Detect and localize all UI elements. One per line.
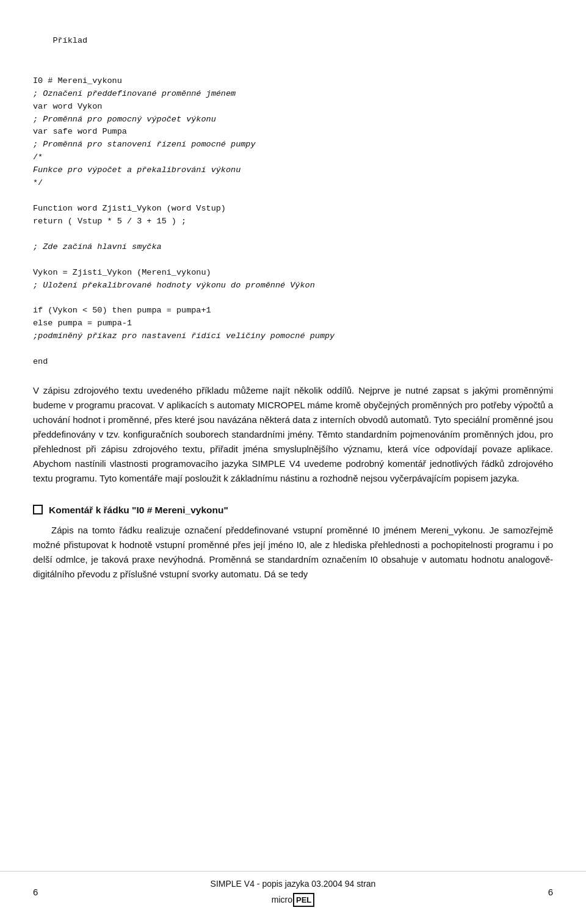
- logo-micro-text: micro: [272, 893, 292, 906]
- code-line: ; Proměnná pro stanovení řízení pomocné …: [33, 140, 256, 149]
- page: Příklad I0 # Mereni_vykonu ; Označení př…: [0, 0, 586, 924]
- code-heading: Příklad: [33, 22, 553, 60]
- code-line: if (Vykon < 50) then pumpa = pumpa+1: [33, 306, 211, 315]
- code-line: var word Vykon: [33, 102, 102, 111]
- section-paragraph: Zápis na tomto řádku realizuje označení …: [33, 523, 553, 582]
- footer-center-text: SIMPLE V4 - popis jazyka 03.2004 94 stra…: [38, 878, 548, 890]
- footer-center-block: SIMPLE V4 - popis jazyka 03.2004 94 stra…: [38, 878, 548, 908]
- footer-page-right: 6: [548, 886, 553, 900]
- prose-paragraph: V zápisu zdrojového textu uvedeného přík…: [33, 383, 553, 486]
- main-prose: V zápisu zdrojového textu uvedeného přík…: [33, 383, 553, 486]
- code-line: ;podmíněný příkaz pro nastavení řídící v…: [33, 331, 335, 341]
- section-prose: Zápis na tomto řádku realizuje označení …: [33, 523, 553, 582]
- code-line: ; Proměnná pro pomocný výpočet výkonu: [33, 115, 216, 124]
- code-line: /*: [33, 153, 43, 162]
- code-line: I0 # Mereni_vykonu: [33, 76, 122, 85]
- code-block: I0 # Mereni_vykonu ; Označení předdefino…: [33, 75, 553, 369]
- code-line: ; Označení předdefinované proměnné jméne…: [33, 89, 236, 98]
- code-line: ; Zde začíná hlavní smyčka: [33, 242, 162, 251]
- checkbox-icon: [33, 505, 43, 514]
- code-line: ; Uložení překalibrované hodnoty výkonu …: [33, 281, 315, 290]
- logo-pel-text: PEL: [293, 893, 314, 908]
- code-line: else pumpa = pumpa-1: [33, 319, 132, 328]
- footer: 6 SIMPLE V4 - popis jazyka 03.2004 94 st…: [0, 871, 586, 908]
- footer-logo: microPEL: [38, 893, 548, 908]
- code-line: var safe word Pumpa: [33, 127, 127, 136]
- code-line: Vykon = Zjisti_Vykon (Mereni_vykonu): [33, 268, 211, 277]
- code-line: end: [33, 357, 48, 366]
- section-heading-text: Komentář k řádku "I0 # Mereni_vykonu": [49, 503, 228, 517]
- heading-text: Příklad: [52, 36, 87, 45]
- code-line: return ( Vstup * 5 / 3 + 15 ) ;: [33, 217, 186, 226]
- code-line: Funkce pro výpočet a překalibrování výko…: [33, 165, 241, 175]
- section-heading-container: Komentář k řádku "I0 # Mereni_vykonu": [33, 503, 553, 517]
- code-line: Function word Zjisti_Vykon (word Vstup): [33, 204, 226, 213]
- code-line: */: [33, 178, 43, 187]
- footer-page-left: 6: [33, 886, 38, 900]
